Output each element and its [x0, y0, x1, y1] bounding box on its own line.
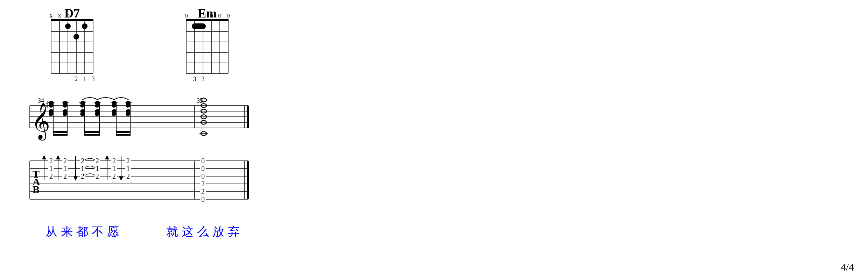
svg-text:1: 1: [112, 165, 116, 172]
svg-point-21: [82, 23, 88, 29]
svg-text:2: 2: [96, 172, 99, 180]
svg-text:B: B: [33, 184, 40, 195]
page-number: 4/4: [841, 261, 854, 273]
svg-text:0: 0: [201, 195, 205, 203]
svg-text:2: 2: [201, 180, 205, 188]
svg-text:2: 2: [112, 157, 116, 165]
svg-text:1: 1: [126, 165, 130, 172]
svg-rect-98: [116, 131, 131, 133]
svg-text:2: 2: [81, 157, 84, 165]
svg-rect-116: [247, 161, 249, 199]
svg-text:2: 2: [75, 76, 78, 82]
lyric-line: 就这么放弃: [166, 224, 243, 240]
svg-rect-43: [192, 23, 206, 29]
sheet-page: D7xxo213Emoooo33𝄞♯3435TAB212212212212212…: [0, 0, 868, 280]
svg-rect-54: [247, 106, 249, 128]
svg-text:2: 2: [96, 157, 99, 165]
svg-text:2: 2: [81, 172, 84, 180]
svg-text:x: x: [49, 11, 53, 19]
svg-text:3: 3: [193, 76, 196, 82]
svg-rect-93: [53, 134, 68, 136]
svg-text:3: 3: [202, 76, 205, 82]
svg-text:34: 34: [38, 97, 44, 104]
svg-text:2: 2: [49, 172, 53, 180]
lyric-line: 从来都不愿: [46, 224, 122, 240]
svg-rect-95: [84, 134, 100, 136]
svg-text:0: 0: [201, 172, 205, 180]
svg-point-20: [65, 23, 71, 29]
svg-rect-97: [116, 134, 131, 136]
svg-text:Em: Em: [198, 6, 217, 20]
svg-text:o: o: [210, 11, 213, 19]
svg-text:x: x: [58, 11, 61, 19]
svg-rect-96: [84, 131, 100, 133]
svg-text:2: 2: [112, 172, 116, 180]
svg-text:2: 2: [49, 157, 53, 165]
svg-text:1: 1: [63, 165, 67, 172]
svg-text:2: 2: [126, 157, 130, 165]
svg-text:3: 3: [92, 76, 95, 82]
svg-text:o: o: [226, 11, 230, 19]
svg-text:2: 2: [63, 157, 67, 165]
svg-text:2: 2: [201, 188, 205, 195]
svg-point-22: [74, 34, 79, 40]
svg-text:0: 0: [201, 165, 205, 172]
svg-rect-94: [53, 131, 68, 133]
svg-text:2: 2: [63, 172, 67, 180]
svg-text:1: 1: [81, 165, 84, 172]
svg-text:1: 1: [49, 165, 53, 172]
svg-text:o: o: [184, 11, 188, 19]
svg-text:0: 0: [201, 157, 205, 165]
svg-text:o: o: [66, 11, 70, 19]
svg-text:1: 1: [83, 76, 86, 82]
svg-text:2: 2: [126, 172, 130, 180]
notation-svg: D7xxo213Emoooo33𝄞♯3435TAB212212212212212…: [0, 0, 868, 280]
svg-text:1: 1: [96, 165, 99, 172]
svg-text:o: o: [218, 11, 222, 19]
